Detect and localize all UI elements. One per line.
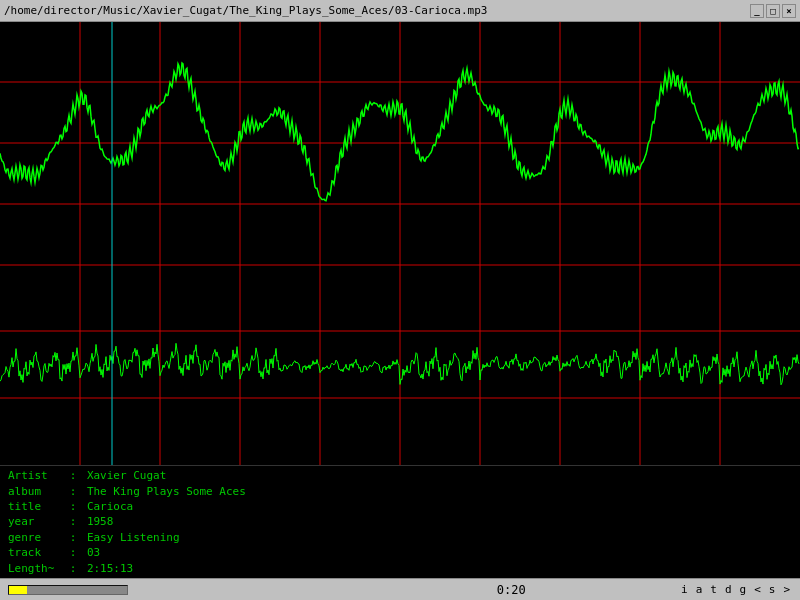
btn-d[interactable]: d [723,583,734,596]
year-value: 1958 [87,515,114,528]
track-line: track : 03 [8,545,792,560]
main-area: Artist : Xavier Cugat album : The King P… [0,22,800,600]
artist-label: Artist [8,468,63,483]
minimize-button[interactable]: _ [750,4,764,18]
year-label: year [8,514,63,529]
btn-t[interactable]: t [708,583,719,596]
artist-line: Artist : Xavier Cugat [8,468,792,483]
btn-g[interactable]: g [738,583,749,596]
album-value: The King Plays Some Aces [87,485,246,498]
maximize-button[interactable]: □ [766,4,780,18]
track-value: 03 [87,546,100,559]
titlebar: /home/director/Music/Xavier_Cugat/The_Ki… [0,0,800,22]
btn-i[interactable]: i [679,583,690,596]
progress-fill [9,586,27,594]
progress-area [8,585,344,595]
album-line: album : The King Plays Some Aces [8,484,792,499]
track-label: track [8,545,63,560]
genre-line: genre : Easy Listening [8,530,792,545]
btn-s[interactable]: s [767,583,778,596]
btn-less[interactable]: < [752,583,763,596]
length-label: Length~ [8,561,63,576]
genre-label: genre [8,530,63,545]
album-label: album [8,484,63,499]
year-line: year : 1958 [8,514,792,529]
title-label: title [8,499,63,514]
control-buttons: i a t d g < s > [679,583,792,596]
artist-value: Xavier Cugat [87,469,166,482]
close-button[interactable]: × [782,4,796,18]
length-line: Length~ : 2:15:13 [8,561,792,576]
title-line: title : Carioca [8,499,792,514]
statusbar: 0:20 i a t d g < s > [0,578,800,600]
info-panel: Artist : Xavier Cugat album : The King P… [0,465,800,578]
btn-greater[interactable]: > [781,583,792,596]
title-value: Carioca [87,500,133,513]
time-display: 0:20 [344,583,680,597]
btn-a[interactable]: a [694,583,705,596]
titlebar-title: /home/director/Music/Xavier_Cugat/The_Ki… [4,4,487,17]
genre-value: Easy Listening [87,531,180,544]
progress-bar[interactable] [8,585,128,595]
waveform-display[interactable] [0,22,800,465]
length-value: 2:15:13 [87,562,133,575]
waveform-canvas [0,22,800,465]
titlebar-controls: _ □ × [750,4,796,18]
